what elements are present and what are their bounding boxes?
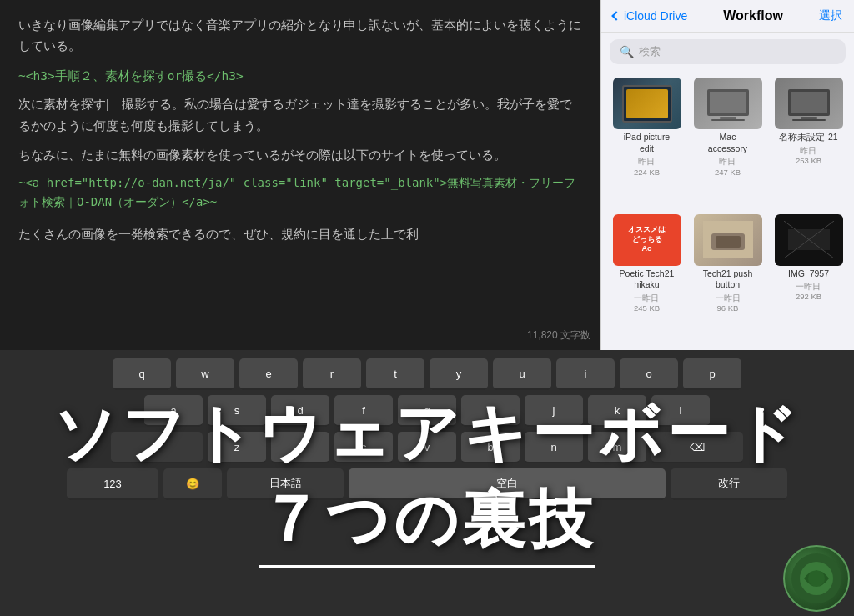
key-x[interactable]: x bbox=[271, 432, 329, 463]
key-space[interactable]: 空白 bbox=[349, 468, 666, 500]
editor-text1: いきなり画像編集アプリではなく音楽アプリの紹介となり申し訳ないが、基本的によいを… bbox=[18, 15, 582, 58]
key-f[interactable]: f bbox=[334, 395, 393, 427]
key-backspace[interactable]: ⌫ bbox=[651, 432, 743, 463]
key-z[interactable]: z bbox=[208, 432, 266, 463]
file-name-mac2: 名称未設定-21 bbox=[779, 132, 837, 143]
mac-thumb-svg bbox=[703, 85, 753, 123]
icloud-panel: iCloud Drive Workflow 選択 🔍 検索 iPad pictu… bbox=[600, 0, 854, 350]
editor-text2: 次に素材を探す| 撮影する。私の場合は愛するガジェット達を撮影することが多い。我… bbox=[18, 94, 582, 137]
file-item-mac2[interactable]: 名称未設定-21 昨日253 KB bbox=[771, 78, 846, 208]
file-item-ipad[interactable]: iPad pictureedit 昨日224 KB bbox=[610, 78, 684, 208]
key-a[interactable]: a bbox=[144, 395, 203, 427]
file-meta-ipad: 昨日224 KB bbox=[634, 157, 660, 178]
key-i[interactable]: i bbox=[556, 358, 615, 390]
poetic-thumb-text: オススメはどっちるAo bbox=[628, 225, 666, 254]
file-meta-img7957: 一昨日292 KB bbox=[796, 282, 821, 303]
key-j[interactable]: j bbox=[525, 395, 583, 427]
key-shift[interactable]: ⇧ bbox=[111, 432, 203, 463]
file-thumb-poetic: オススメはどっちるAo bbox=[613, 214, 681, 266]
key-g[interactable]: g bbox=[398, 395, 456, 427]
svg-rect-3 bbox=[711, 119, 745, 121]
word-count: 11,820 文字数 bbox=[527, 327, 590, 343]
file-thumb-ipad bbox=[613, 78, 681, 129]
svg-rect-10 bbox=[716, 236, 741, 248]
keyboard-row-3: ⇧ z x c v b n m ⌫ bbox=[7, 432, 847, 463]
editor-text4: たくさんの画像を一発検索できるので、ぜひ、規約に目を通した上で利 bbox=[18, 224, 582, 245]
key-e[interactable]: e bbox=[239, 358, 298, 390]
chevron-left-icon bbox=[611, 11, 620, 20]
key-u[interactable]: u bbox=[493, 358, 551, 390]
svg-rect-1 bbox=[710, 92, 746, 113]
key-t[interactable]: t bbox=[366, 358, 424, 390]
key-r[interactable]: r bbox=[303, 358, 361, 390]
icloud-file-grid: iPad pictureedit 昨日224 KB Macaccessory 昨… bbox=[601, 71, 854, 350]
file-thumb-mac bbox=[694, 78, 762, 129]
icloud-select-button[interactable]: 選択 bbox=[819, 8, 842, 23]
file-item-tech21[interactable]: Tech21 pushbutton 一昨日96 KB bbox=[691, 214, 765, 344]
editor-link: ~<a href="http://o-dan.net/ja/" class="l… bbox=[18, 173, 582, 213]
key-return[interactable]: 改行 bbox=[671, 468, 787, 500]
svg-rect-6 bbox=[801, 117, 817, 119]
deco-circle bbox=[783, 545, 850, 612]
file-name-ipad: iPad pictureedit bbox=[624, 132, 670, 154]
key-q[interactable]: q bbox=[113, 358, 171, 390]
file-item-img7957[interactable]: IMG_7957 一昨日292 KB bbox=[771, 214, 846, 344]
deco-circle-svg bbox=[787, 549, 846, 608]
key-c[interactable]: c bbox=[334, 432, 393, 463]
icloud-search-bar[interactable]: 🔍 検索 bbox=[610, 39, 846, 64]
file-meta-poetic: 一昨日245 KB bbox=[634, 293, 660, 314]
file-meta-tech21: 一昨日96 KB bbox=[716, 293, 741, 314]
img7957-thumb-svg bbox=[784, 221, 834, 258]
key-v[interactable]: v bbox=[398, 432, 456, 463]
svg-rect-7 bbox=[792, 119, 826, 121]
file-thumb-mac2 bbox=[775, 78, 843, 129]
icloud-title: Workflow bbox=[723, 8, 783, 23]
search-placeholder: 検索 bbox=[639, 44, 661, 59]
file-meta-mac2: 昨日253 KB bbox=[796, 146, 821, 167]
keyboard-area: q w e r t y u i o p a s d f g h j k l ⇧ … bbox=[0, 350, 854, 616]
file-name-img7957: IMG_7957 bbox=[788, 268, 829, 280]
key-d[interactable]: d bbox=[271, 395, 329, 427]
editor-text3: ちなみに、たまに無料の画像素材を使っているがその際は以下のサイトを使っている。 bbox=[18, 145, 582, 166]
mac2-thumb-svg bbox=[784, 85, 834, 123]
file-item-poetic[interactable]: オススメはどっちるAo Poetic Tech21hikaku 一昨日245 K… bbox=[610, 214, 684, 344]
key-m[interactable]: m bbox=[588, 432, 646, 463]
tech21-thumb-svg bbox=[703, 221, 753, 258]
key-y[interactable]: y bbox=[430, 358, 488, 390]
file-thumb-tech21 bbox=[694, 214, 762, 266]
key-b[interactable]: b bbox=[461, 432, 520, 463]
keyboard-row-4: 123 😊 日本語 空白 改行 bbox=[7, 468, 847, 500]
key-123[interactable]: 123 bbox=[67, 468, 158, 500]
keyboard-keys: q w e r t y u i o p a s d f g h j k l ⇧ … bbox=[0, 350, 854, 509]
file-meta-mac: 昨日247 KB bbox=[715, 157, 741, 178]
key-emoji[interactable]: 😊 bbox=[163, 468, 222, 500]
file-item-mac[interactable]: Macaccessory 昨日247 KB bbox=[691, 78, 765, 208]
file-thumb-img7957 bbox=[775, 214, 843, 266]
key-p[interactable]: p bbox=[683, 358, 741, 390]
icloud-header: iCloud Drive Workflow 選択 bbox=[601, 0, 854, 33]
key-w[interactable]: w bbox=[176, 358, 234, 390]
svg-rect-5 bbox=[791, 92, 827, 113]
editor-area[interactable]: いきなり画像編集アプリではなく音楽アプリの紹介となり申し訳ないが、基本的によいを… bbox=[0, 0, 600, 350]
keyboard-row-2: a s d f g h j k l bbox=[7, 395, 847, 427]
keyboard-row-1: q w e r t y u i o p bbox=[7, 358, 847, 390]
key-n[interactable]: n bbox=[525, 432, 583, 463]
icloud-back-button[interactable]: iCloud Drive bbox=[613, 9, 687, 23]
key-l[interactable]: l bbox=[651, 395, 710, 427]
key-k[interactable]: k bbox=[588, 395, 646, 427]
search-icon: 🔍 bbox=[620, 45, 634, 58]
svg-rect-2 bbox=[720, 117, 736, 119]
key-lang[interactable]: 日本語 bbox=[227, 468, 344, 500]
file-name-tech21: Tech21 pushbutton bbox=[703, 268, 753, 291]
file-name-poetic: Poetic Tech21hikaku bbox=[620, 268, 675, 291]
file-name-mac: Macaccessory bbox=[708, 132, 747, 154]
key-s[interactable]: s bbox=[208, 395, 266, 427]
key-o[interactable]: o bbox=[620, 358, 678, 390]
editor-h3: ~<h3>手順２、素材を探すor撮る</h3> bbox=[18, 66, 582, 87]
key-h[interactable]: h bbox=[461, 395, 520, 427]
